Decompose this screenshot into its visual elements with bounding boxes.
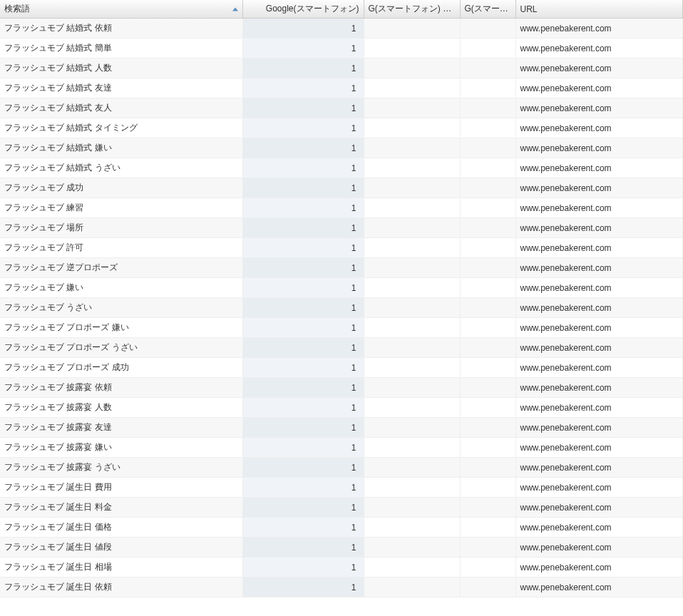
- table-row[interactable]: フラッシュモブ 嫌い1www.penebakerent.com: [0, 278, 683, 298]
- cell-change[interactable]: [364, 58, 460, 78]
- cell-g3[interactable]: [460, 278, 515, 298]
- cell-url[interactable]: www.penebakerent.com: [515, 338, 683, 358]
- cell-url[interactable]: www.penebakerent.com: [515, 458, 683, 478]
- cell-google-sp[interactable]: 1: [242, 118, 364, 138]
- cell-url[interactable]: www.penebakerent.com: [515, 578, 683, 597]
- cell-g3[interactable]: [460, 298, 515, 318]
- cell-google-sp[interactable]: 1: [242, 218, 364, 238]
- cell-google-sp[interactable]: 1: [242, 578, 364, 597]
- cell-g3[interactable]: [460, 498, 515, 518]
- cell-google-sp[interactable]: 1: [242, 358, 364, 378]
- cell-keyword[interactable]: フラッシュモブ 披露宴 うざい: [0, 458, 242, 478]
- cell-url[interactable]: www.penebakerent.com: [515, 278, 683, 298]
- table-row[interactable]: フラッシュモブ 結婚式 タイミング1www.penebakerent.com: [0, 118, 683, 138]
- cell-google-sp[interactable]: 1: [242, 38, 364, 58]
- cell-google-sp[interactable]: 1: [242, 478, 364, 498]
- cell-change[interactable]: [364, 558, 460, 578]
- cell-keyword[interactable]: フラッシュモブ 嫌い: [0, 278, 242, 298]
- cell-url[interactable]: www.penebakerent.com: [515, 138, 683, 158]
- cell-g3[interactable]: [460, 318, 515, 338]
- cell-change[interactable]: [364, 158, 460, 178]
- cell-g3[interactable]: [460, 158, 515, 178]
- cell-g3[interactable]: [460, 258, 515, 278]
- cell-g3[interactable]: [460, 78, 515, 98]
- cell-g3[interactable]: [460, 438, 515, 458]
- cell-change[interactable]: [364, 178, 460, 198]
- cell-change[interactable]: [364, 418, 460, 438]
- table-row[interactable]: フラッシュモブ 誕生日 価格1www.penebakerent.com: [0, 518, 683, 538]
- cell-keyword[interactable]: フラッシュモブ 結婚式 うざい: [0, 158, 242, 178]
- cell-change[interactable]: [364, 338, 460, 358]
- cell-change[interactable]: [364, 518, 460, 538]
- cell-url[interactable]: www.penebakerent.com: [515, 518, 683, 538]
- cell-change[interactable]: [364, 458, 460, 478]
- cell-change[interactable]: [364, 538, 460, 558]
- cell-google-sp[interactable]: 1: [242, 338, 364, 358]
- cell-change[interactable]: [364, 298, 460, 318]
- cell-google-sp[interactable]: 1: [242, 78, 364, 98]
- cell-g3[interactable]: [460, 118, 515, 138]
- cell-keyword[interactable]: フラッシュモブ 誕生日 費用: [0, 478, 242, 498]
- cell-g3[interactable]: [460, 398, 515, 418]
- cell-g3[interactable]: [460, 198, 515, 218]
- table-row[interactable]: フラッシュモブ 結婚式 人数1www.penebakerent.com: [0, 58, 683, 78]
- cell-g3[interactable]: [460, 218, 515, 238]
- cell-keyword[interactable]: フラッシュモブ 成功: [0, 178, 242, 198]
- table-row[interactable]: フラッシュモブ プロポーズ うざい1www.penebakerent.com: [0, 338, 683, 358]
- cell-g3[interactable]: [460, 98, 515, 118]
- cell-google-sp[interactable]: 1: [242, 178, 364, 198]
- table-row[interactable]: フラッシュモブ 結婚式 友人1www.penebakerent.com: [0, 98, 683, 118]
- cell-g3[interactable]: [460, 58, 515, 78]
- cell-url[interactable]: www.penebakerent.com: [515, 178, 683, 198]
- cell-google-sp[interactable]: 1: [242, 418, 364, 438]
- cell-url[interactable]: www.penebakerent.com: [515, 398, 683, 418]
- table-row[interactable]: フラッシュモブ 誕生日 依頼1www.penebakerent.com: [0, 578, 683, 597]
- table-row[interactable]: フラッシュモブ 結婚式 うざい1www.penebakerent.com: [0, 158, 683, 178]
- table-row[interactable]: フラッシュモブ 結婚式 依頼1www.penebakerent.com: [0, 19, 683, 38]
- table-row[interactable]: フラッシュモブ 結婚式 友達1www.penebakerent.com: [0, 78, 683, 98]
- cell-url[interactable]: www.penebakerent.com: [515, 19, 683, 38]
- cell-g3[interactable]: [460, 378, 515, 398]
- col-header-google-sp[interactable]: Google(スマートフォン): [242, 0, 364, 19]
- cell-url[interactable]: www.penebakerent.com: [515, 258, 683, 278]
- table-row[interactable]: フラッシュモブ プロポーズ 嫌い1www.penebakerent.com: [0, 318, 683, 338]
- col-header-change[interactable]: G(スマートフォン) 変化: [364, 0, 460, 19]
- cell-keyword[interactable]: フラッシュモブ うざい: [0, 298, 242, 318]
- cell-url[interactable]: www.penebakerent.com: [515, 98, 683, 118]
- cell-g3[interactable]: [460, 338, 515, 358]
- table-row[interactable]: フラッシュモブ 誕生日 相場1www.penebakerent.com: [0, 558, 683, 578]
- table-row[interactable]: フラッシュモブ 結婚式 嫌い1www.penebakerent.com: [0, 138, 683, 158]
- cell-url[interactable]: www.penebakerent.com: [515, 298, 683, 318]
- cell-keyword[interactable]: フラッシュモブ 誕生日 依頼: [0, 578, 242, 597]
- cell-keyword[interactable]: フラッシュモブ 結婚式 友達: [0, 78, 242, 98]
- cell-change[interactable]: [364, 238, 460, 258]
- table-row[interactable]: フラッシュモブ 披露宴 人数1www.penebakerent.com: [0, 398, 683, 418]
- cell-google-sp[interactable]: 1: [242, 258, 364, 278]
- cell-keyword[interactable]: フラッシュモブ 結婚式 友人: [0, 98, 242, 118]
- cell-url[interactable]: www.penebakerent.com: [515, 558, 683, 578]
- cell-keyword[interactable]: フラッシュモブ 結婚式 人数: [0, 58, 242, 78]
- cell-change[interactable]: [364, 218, 460, 238]
- table-row[interactable]: フラッシュモブ 結婚式 簡単1www.penebakerent.com: [0, 38, 683, 58]
- cell-url[interactable]: www.penebakerent.com: [515, 238, 683, 258]
- col-header-url[interactable]: URL: [515, 0, 683, 19]
- table-row[interactable]: フラッシュモブ 許可1www.penebakerent.com: [0, 238, 683, 258]
- cell-change[interactable]: [364, 398, 460, 418]
- cell-keyword[interactable]: フラッシュモブ 誕生日 値段: [0, 538, 242, 558]
- cell-change[interactable]: [364, 278, 460, 298]
- table-row[interactable]: フラッシュモブ プロポーズ 成功1www.penebakerent.com: [0, 358, 683, 378]
- cell-url[interactable]: www.penebakerent.com: [515, 218, 683, 238]
- cell-keyword[interactable]: フラッシュモブ 誕生日 相場: [0, 558, 242, 578]
- cell-keyword[interactable]: フラッシュモブ 練習: [0, 198, 242, 218]
- cell-google-sp[interactable]: 1: [242, 438, 364, 458]
- cell-url[interactable]: www.penebakerent.com: [515, 318, 683, 338]
- cell-url[interactable]: www.penebakerent.com: [515, 418, 683, 438]
- cell-url[interactable]: www.penebakerent.com: [515, 38, 683, 58]
- table-row[interactable]: フラッシュモブ 披露宴 友達1www.penebakerent.com: [0, 418, 683, 438]
- cell-g3[interactable]: [460, 458, 515, 478]
- cell-keyword[interactable]: フラッシュモブ 披露宴 友達: [0, 418, 242, 438]
- cell-url[interactable]: www.penebakerent.com: [515, 378, 683, 398]
- cell-g3[interactable]: [460, 19, 515, 38]
- cell-google-sp[interactable]: 1: [242, 378, 364, 398]
- cell-url[interactable]: www.penebakerent.com: [515, 118, 683, 138]
